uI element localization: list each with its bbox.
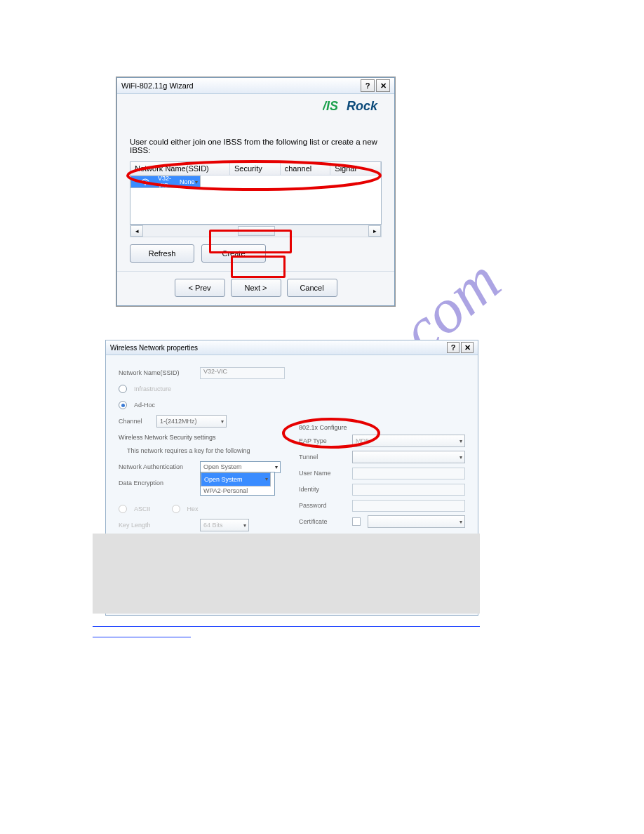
tunnel-label: Tunnel bbox=[299, 454, 348, 461]
prev-button[interactable]: < Prev bbox=[175, 279, 225, 297]
hex-label: Hex bbox=[187, 505, 199, 512]
window-title: WiFi-802.11g Wizard bbox=[121, 81, 194, 90]
password-input bbox=[352, 500, 465, 512]
header-signal: Signal bbox=[330, 162, 381, 175]
cell-signal: 63% bbox=[211, 178, 232, 185]
auth-dropdown[interactable]: Open System Open System WPA2-Personal bbox=[200, 461, 281, 473]
header-security: Security bbox=[230, 162, 281, 175]
footer-link-2[interactable] bbox=[93, 629, 191, 637]
infrastructure-radio[interactable] bbox=[119, 385, 127, 393]
help-button[interactable]: ? bbox=[447, 342, 459, 353]
hex-radio bbox=[172, 505, 180, 513]
infrastructure-label: Infrastructure bbox=[134, 385, 171, 392]
network-list[interactable]: Network Name(SSID) Security channel Sign… bbox=[130, 161, 382, 225]
ascii-radio bbox=[119, 505, 127, 513]
horizontal-scrollbar[interactable]: ◂ m ▸ bbox=[130, 225, 382, 237]
scroll-thumb[interactable] bbox=[238, 226, 275, 236]
wifi-wizard-dialog: WiFi-802.11g Wizard ? ✕ /IS Rock User co… bbox=[116, 77, 395, 306]
cancel-button[interactable]: Cancel bbox=[287, 279, 337, 297]
auth-label: Network Authentication bbox=[119, 463, 196, 470]
logo-prefix: /IS bbox=[323, 99, 338, 113]
ssid-input[interactable]: V32-VIC bbox=[200, 367, 285, 379]
cell-channel: 1 bbox=[199, 178, 211, 185]
channel-select[interactable]: 1-(2412MHz) bbox=[156, 415, 227, 428]
logo-suffix: Rock bbox=[347, 99, 378, 113]
next-button[interactable]: Next > bbox=[231, 279, 281, 297]
titlebar: WiFi-802.11g Wizard ? ✕ bbox=[117, 78, 394, 94]
cell-ssid: V32-VIC bbox=[154, 175, 175, 189]
username-input bbox=[352, 468, 465, 479]
header-ssid: Network Name(SSID) bbox=[130, 162, 230, 175]
cell-security: None bbox=[175, 178, 199, 185]
refresh-button[interactable]: Refresh bbox=[130, 244, 194, 263]
identity-label: Identity bbox=[299, 486, 348, 493]
svg-point-0 bbox=[145, 184, 146, 185]
list-header: Network Name(SSID) Security channel Sign… bbox=[130, 162, 381, 176]
tunnel-select bbox=[352, 451, 465, 463]
certificate-checkbox bbox=[352, 517, 361, 526]
keylen-select: 64 Bits bbox=[200, 519, 249, 531]
network-row[interactable]: V32-VIC None 1 63% bbox=[130, 176, 201, 188]
8021x-group-label: 802.1x Configure bbox=[299, 424, 465, 431]
ascii-label: ASCII bbox=[134, 505, 151, 512]
footer-link-1[interactable] bbox=[93, 618, 480, 627]
adhoc-label: Ad-Hoc bbox=[134, 402, 155, 409]
keylen-label: Key Length bbox=[119, 522, 196, 529]
encryption-label: Data Encryption bbox=[119, 479, 196, 486]
footer-grey-box bbox=[93, 534, 480, 614]
header-channel: channel bbox=[281, 162, 331, 175]
password-label: Password bbox=[299, 502, 348, 509]
requires-key-label: This network requires a key for the foll… bbox=[119, 447, 250, 454]
certificate-select bbox=[368, 515, 465, 528]
adhoc-radio[interactable] bbox=[119, 401, 127, 409]
scroll-right-icon[interactable]: ▸ bbox=[368, 225, 381, 237]
ssid-label: Network Name(SSID) bbox=[119, 369, 196, 376]
close-button[interactable]: ✕ bbox=[376, 79, 390, 92]
asrock-logo: /IS Rock bbox=[117, 94, 394, 117]
security-group-label: Wireless Network Security settings bbox=[119, 434, 285, 441]
wizard-prompt: User could either join one IBSS from the… bbox=[130, 138, 382, 154]
footer-links bbox=[93, 616, 480, 637]
eap-select: MD5 bbox=[352, 435, 465, 447]
auth-dropdown-list[interactable]: Open System WPA2-Personal bbox=[200, 472, 275, 496]
wifi-icon bbox=[137, 178, 154, 186]
titlebar: Wireless Network properties ? ✕ bbox=[106, 340, 478, 355]
eap-label: EAP Type bbox=[299, 437, 348, 444]
window-title: Wireless Network properties bbox=[110, 344, 198, 352]
create-button[interactable]: Create bbox=[201, 244, 266, 263]
channel-label: Channel bbox=[119, 418, 152, 425]
identity-input bbox=[352, 484, 465, 496]
close-button[interactable]: ✕ bbox=[461, 342, 474, 353]
help-button[interactable]: ? bbox=[361, 79, 375, 92]
auth-option-open[interactable]: Open System bbox=[201, 472, 271, 486]
certificate-label: Certificate bbox=[299, 518, 348, 525]
username-label: User Name bbox=[299, 470, 348, 477]
auth-option-wpa2[interactable]: WPA2-Personal bbox=[201, 486, 274, 495]
scroll-left-icon[interactable]: ◂ bbox=[130, 225, 143, 237]
